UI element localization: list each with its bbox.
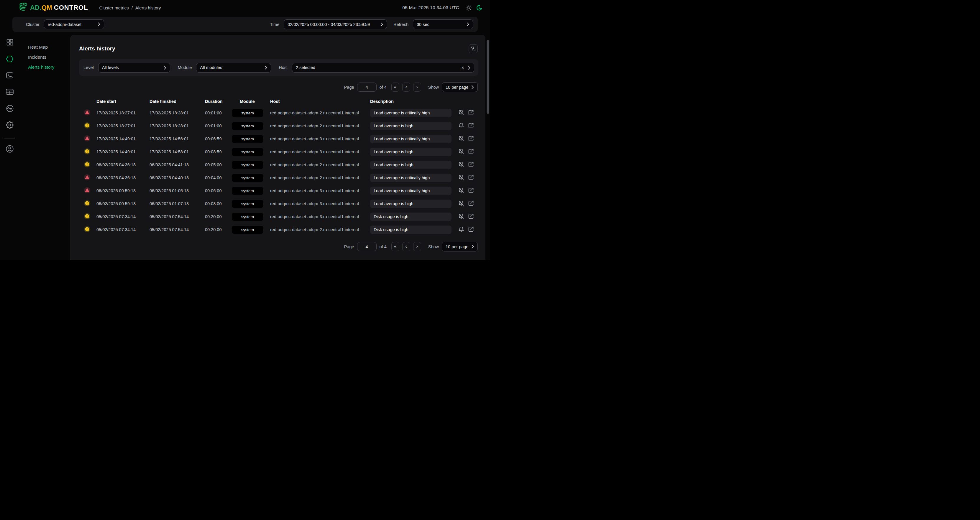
mute-alert-button[interactable] [458, 200, 464, 207]
app-logo[interactable]: AD.QMCONTROL [19, 2, 88, 14]
host-cell: red-adqmc-dataset-adqm-2.ru-central1.int… [270, 227, 370, 232]
open-alert-button[interactable] [468, 110, 474, 116]
cluster-hexagon-icon[interactable] [4, 53, 16, 65]
duration-cell: 00:05:00 [205, 162, 232, 167]
external-link-icon [468, 122, 474, 129]
user-account-icon[interactable] [4, 143, 16, 154]
level-filter-select[interactable]: All levels [98, 63, 170, 73]
date-finished-cell: 05/02/2025 07:54:14 [150, 227, 205, 232]
column-duration: Duration [205, 99, 232, 104]
duration-cell: 00:04:00 [205, 175, 232, 180]
chevron-right-icon [467, 22, 469, 26]
external-link-icon [468, 149, 474, 155]
icon-rail [0, 37, 19, 159]
module-badge: system [232, 161, 263, 169]
terminal-icon[interactable] [4, 70, 16, 81]
prev-page-button[interactable]: ‹ [402, 83, 410, 92]
next-page-button[interactable]: › [413, 242, 421, 251]
mute-alert-button[interactable] [458, 135, 464, 142]
duration-cell: 00:01:00 [205, 111, 232, 115]
date-start-cell: 17/02/2025 18:27:01 [96, 124, 150, 128]
open-alert-button[interactable] [468, 149, 474, 155]
dashboard-grid-icon[interactable] [4, 37, 16, 48]
host-cell: red-adqmc-dataset-adqm-2.ru-central1.int… [270, 124, 370, 128]
mute-alert-button[interactable] [458, 122, 464, 129]
description-badge: Load average is high [370, 148, 452, 156]
module-filter-select[interactable]: All modules [196, 63, 271, 73]
table-row: 06/02/2025 04:36:18 06/02/2025 04:40:18 … [71, 171, 485, 184]
show-label: Show [428, 85, 439, 90]
mute-alert-button[interactable] [458, 110, 464, 116]
first-page-button[interactable]: « [391, 242, 399, 251]
duration-cell: 00:08:59 [205, 149, 232, 154]
page-size-select[interactable]: 10 per page [442, 82, 478, 92]
description-badge: Load average is critically high [370, 173, 452, 182]
filter-bar: Level All levels Module All modules Host… [79, 59, 478, 76]
chevron-right-icon [468, 66, 470, 70]
chevron-right-icon [98, 22, 100, 26]
clear-host-filter-icon[interactable]: ✕ [461, 65, 465, 70]
open-alert-button[interactable] [468, 213, 474, 220]
open-alert-button[interactable] [468, 135, 474, 142]
header-right: 05 Mar 2025 10:34:03 UTC [402, 4, 483, 11]
table-row: 05/02/2025 07:34:14 05/02/2025 07:54:14 … [71, 223, 485, 236]
chevron-right-icon [472, 85, 474, 89]
date-start-cell: 05/02/2025 07:34:14 [96, 227, 150, 232]
access-key-icon[interactable] [4, 103, 16, 114]
time-range-select[interactable]: 02/02/2025 00:00:00 - 04/03/2025 23:59:5… [284, 19, 387, 29]
tables-icon[interactable] [4, 86, 16, 98]
menu-item-incidents[interactable]: Incidents [28, 54, 70, 60]
page-number-input[interactable] [357, 83, 377, 92]
mute-alert-button[interactable] [458, 226, 464, 233]
duration-cell: 00:01:00 [205, 124, 232, 128]
module-badge: system [232, 187, 263, 195]
open-alert-button[interactable] [468, 226, 474, 233]
cluster-select[interactable]: red-adqm-dataset [44, 19, 104, 29]
module-filter-value: All modules [200, 65, 262, 70]
page-number-input[interactable] [357, 242, 377, 251]
open-alert-button[interactable] [468, 122, 474, 129]
bell-slash-icon [458, 200, 464, 207]
settings-gear-icon[interactable] [4, 119, 16, 130]
date-finished-cell: 06/02/2025 01:05:18 [150, 188, 205, 193]
table-header-row: Date start Date finished Duration Module… [71, 98, 485, 105]
menu-item-alerts-history[interactable]: Alerts history [28, 64, 70, 70]
host-filter-select[interactable]: 2 selected ✕ [292, 63, 474, 73]
next-page-button[interactable]: › [413, 83, 421, 92]
table-row: 06/02/2025 04:36:18 06/02/2025 04:41:18 … [71, 158, 485, 171]
mute-alert-button[interactable] [458, 162, 464, 168]
bell-slash-icon [458, 135, 464, 142]
open-alert-button[interactable] [468, 175, 474, 181]
open-alert-button[interactable] [468, 162, 474, 168]
mute-alert-button[interactable] [458, 175, 464, 181]
column-date-finished: Date finished [150, 99, 205, 104]
current-datetime: 05 Mar 2025 10:34:03 UTC [402, 5, 459, 10]
critical-level-icon [84, 187, 90, 193]
dark-theme-moon-icon[interactable] [476, 4, 483, 11]
table-row: 06/02/2025 00:59:18 06/02/2025 01:07:18 … [71, 197, 485, 210]
light-theme-sun-icon[interactable] [465, 4, 473, 11]
open-alert-button[interactable] [468, 188, 474, 194]
time-label: Time [270, 22, 280, 27]
mute-alert-button[interactable] [458, 149, 464, 155]
table-row: 17/02/2025 18:27:01 17/02/2025 18:28:01 … [71, 107, 485, 119]
refresh-interval-select[interactable]: 30 sec [413, 19, 473, 29]
mute-alert-button[interactable] [458, 188, 464, 194]
breadcrumb-cluster-metrics[interactable]: Cluster metrics [99, 5, 129, 10]
table-row: 06/02/2025 00:59:18 06/02/2025 01:05:18 … [71, 184, 485, 197]
date-finished-cell: 05/02/2025 07:54:14 [150, 214, 205, 219]
external-link-icon [468, 226, 474, 233]
filter-reset-icon[interactable] [469, 44, 478, 53]
open-alert-button[interactable] [468, 200, 474, 207]
host-filter-value: 2 selected [296, 65, 458, 70]
page-label: Page [344, 244, 354, 249]
scrollbar-thumb[interactable] [487, 40, 489, 114]
bell-icon [458, 226, 464, 233]
prev-page-button[interactable]: ‹ [402, 242, 410, 251]
first-page-button[interactable]: « [391, 83, 399, 92]
page-size-select[interactable]: 10 per page [442, 242, 478, 251]
mute-alert-button[interactable] [458, 213, 464, 220]
duration-cell: 00:08:00 [205, 201, 232, 206]
menu-item-heat-map[interactable]: Heat Map [28, 44, 70, 50]
date-start-cell: 06/02/2025 00:59:18 [96, 188, 150, 193]
